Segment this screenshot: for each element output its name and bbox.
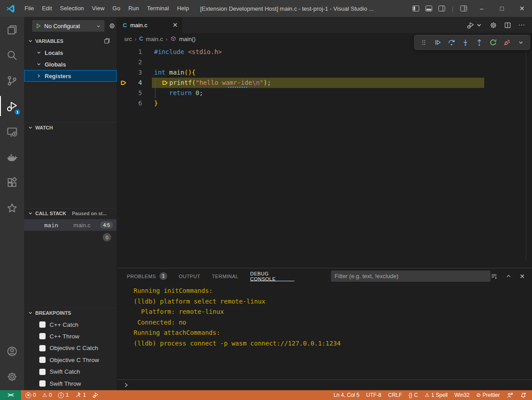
menu-selection[interactable]: Selection xyxy=(56,0,88,17)
remote-indicator[interactable]: >< xyxy=(0,390,21,400)
tab-main-c[interactable]: C main.c ✕ xyxy=(117,17,182,33)
call-stack-frame[interactable]: main main.c 4:5 xyxy=(24,219,117,231)
split-editor-icon[interactable] xyxy=(504,21,511,29)
minimize-button[interactable]: – xyxy=(472,0,492,17)
step-over-icon[interactable] xyxy=(446,37,457,48)
variables-item-globals[interactable]: Globals xyxy=(24,58,117,70)
maximize-button[interactable]: □ xyxy=(492,0,512,17)
variables-item-locals[interactable]: Locals xyxy=(24,47,117,58)
status-crlf[interactable]: CRLF xyxy=(388,392,402,398)
maximize-panel-icon[interactable] xyxy=(505,273,512,279)
debug-execution-pointer-icon[interactable] xyxy=(120,79,127,87)
breakpoint-checkbox[interactable] xyxy=(39,369,46,375)
settings-gear-icon[interactable] xyxy=(490,21,497,29)
copy-value-icon[interactable] xyxy=(104,38,110,44)
status-ln-4-col-5[interactable]: Ln 4, Col 5 xyxy=(334,392,360,398)
debug-console-filter-input[interactable] xyxy=(331,271,490,282)
chevron-down-icon xyxy=(36,61,42,67)
breakpoint-row[interactable]: Swift Catch xyxy=(24,366,117,378)
panel-tab-debug-console[interactable]: DEBUG CONSOLE xyxy=(250,268,294,284)
variables-section-header[interactable]: VARIABLES xyxy=(24,36,117,46)
activity-bar: 1 xyxy=(0,17,24,390)
toggle-sidebar-icon[interactable] xyxy=(412,5,419,12)
activity-settings[interactable] xyxy=(0,364,24,389)
status-debug[interactable] xyxy=(92,392,99,398)
status-feedback[interactable] xyxy=(507,392,513,399)
menu-edit[interactable]: Edit xyxy=(38,0,56,17)
start-debug-icon[interactable] xyxy=(35,23,42,29)
close-panel-icon[interactable]: ✕ xyxy=(519,273,525,279)
activity-run-and-debug[interactable]: 1 xyxy=(0,93,24,119)
menu-go[interactable]: Go xyxy=(109,0,124,17)
breakpoints-section-header[interactable]: BREAKPOINTS xyxy=(24,308,117,318)
tab-label: main.c xyxy=(130,22,147,29)
toggle-panel-icon[interactable] xyxy=(425,5,432,12)
breakpoint-checkbox[interactable] xyxy=(39,380,46,387)
close-button[interactable]: ✕ xyxy=(512,0,532,17)
step-into-icon[interactable] xyxy=(460,37,471,48)
panel-tab-terminal[interactable]: TERMINAL xyxy=(212,268,239,284)
disconnect-icon[interactable] xyxy=(501,37,512,48)
debug-run-icon[interactable] xyxy=(467,21,483,29)
activity-docker[interactable] xyxy=(0,144,24,170)
breakpoint-checkbox[interactable] xyxy=(39,333,46,339)
call-stack-section-header[interactable]: CALL STACK Paused on st... xyxy=(24,208,117,218)
continue-icon[interactable] xyxy=(432,37,443,48)
restart-icon[interactable] xyxy=(487,37,498,48)
activity-remote-explorer[interactable] xyxy=(0,119,24,144)
status-0[interactable]: ✕0 xyxy=(25,392,36,398)
more-debug-actions-icon[interactable] xyxy=(515,37,526,48)
status-win32[interactable]: Win32 xyxy=(454,392,469,398)
status-bell[interactable] xyxy=(520,392,527,399)
code-editor[interactable]: 1#include <stdio.h>23int main(){4printf(… xyxy=(117,45,532,268)
breakpoint-row[interactable]: Objective C Throw xyxy=(24,354,117,366)
menu-file[interactable]: File xyxy=(21,0,38,17)
watch-section-header[interactable]: WATCH xyxy=(24,122,117,133)
menu-run[interactable]: Run xyxy=(124,0,143,17)
menu-view[interactable]: View xyxy=(88,0,109,17)
status-utf-8[interactable]: UTF-8 xyxy=(366,392,381,398)
source-control-icon xyxy=(6,75,18,87)
breakpoint-checkbox[interactable] xyxy=(39,321,46,328)
more-actions-icon[interactable]: ⋯ xyxy=(518,21,525,29)
clear-console-icon[interactable] xyxy=(490,273,498,280)
status-1[interactable]: i1 xyxy=(58,392,69,398)
debug-console-input[interactable] xyxy=(117,379,532,390)
panel-tab-problems[interactable]: PROBLEMS1 xyxy=(127,268,167,284)
step-out-icon[interactable] xyxy=(473,37,485,48)
menu-terminal[interactable]: Terminal xyxy=(143,0,173,17)
customize-layout-icon[interactable] xyxy=(460,5,467,12)
code-line-5: 5 return 0; xyxy=(117,88,532,98)
activity-star[interactable] xyxy=(0,195,24,221)
drag-handle-icon[interactable] xyxy=(418,37,429,48)
breakpoint-row[interactable]: C++ Catch xyxy=(24,319,117,330)
docker-icon xyxy=(6,151,18,163)
activity-extensions[interactable] xyxy=(0,170,24,195)
breakpoint-row[interactable]: Swift Throw xyxy=(24,378,117,389)
activity-explorer[interactable] xyxy=(0,17,24,42)
close-tab-icon[interactable]: ✕ xyxy=(172,21,178,29)
toggle-secondary-sidebar-icon[interactable] xyxy=(438,5,445,12)
status-0[interactable]: ⚠0 xyxy=(42,392,52,398)
status-c[interactable]: {}C xyxy=(409,392,418,398)
breakpoint-checkbox[interactable] xyxy=(39,357,46,363)
status-prettier[interactable]: ⊘Prettier xyxy=(476,392,500,398)
activity-accounts[interactable] xyxy=(0,338,24,364)
debug-configuration-dropdown[interactable]: No Configurat xyxy=(32,20,105,32)
status-1[interactable]: 1 xyxy=(75,392,86,398)
chevron-down-icon xyxy=(96,23,101,29)
menu-help[interactable]: Help xyxy=(173,0,193,17)
debug-configure-gear-icon[interactable] xyxy=(109,22,116,29)
breakpoint-row[interactable]: Objective C Catch xyxy=(24,342,117,354)
panel-tab-output[interactable]: OUTPUT xyxy=(179,268,200,284)
breakpoint-checkbox[interactable] xyxy=(39,345,46,351)
breadcrumb-src[interactable]: src xyxy=(124,36,132,42)
activity-search[interactable] xyxy=(0,42,24,68)
activity-source-control[interactable] xyxy=(0,68,24,93)
variables-item-registers[interactable]: Registers xyxy=(24,70,117,82)
breakpoint-row[interactable]: C++ Throw xyxy=(24,330,117,342)
status-1-spell[interactable]: ⚠1 Spell xyxy=(425,392,448,398)
accounts-icon xyxy=(6,346,18,357)
breadcrumb-file[interactable]: main.c xyxy=(146,36,163,42)
breadcrumb-symbol[interactable]: main() xyxy=(179,36,196,42)
